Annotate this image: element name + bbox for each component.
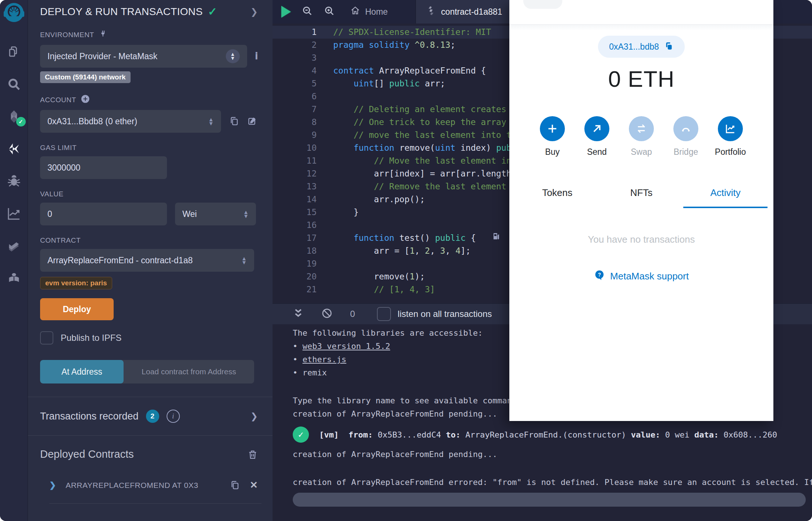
zoom-out-icon[interactable] <box>302 6 313 18</box>
portfolio-chart-icon <box>718 116 743 141</box>
info-icon[interactable]: i <box>167 410 180 423</box>
tab-tokens[interactable]: Tokens <box>515 187 599 208</box>
copy-icon[interactable] <box>229 116 239 126</box>
line-number: 17 <box>273 232 317 245</box>
line-number: 13 <box>273 180 317 193</box>
action-label: Swap <box>631 147 652 157</box>
info-icon[interactable]: 𝐢 <box>255 51 258 62</box>
unit-testing-icon[interactable] <box>5 238 23 254</box>
transactions-recorded-label: Transactions recorded <box>40 411 139 422</box>
code-text: // SPDX-License-Identifier: MIT <box>333 26 491 39</box>
line-number: 2 <box>273 39 317 51</box>
arrow-up-right-icon <box>584 116 609 141</box>
line-number: 12 <box>273 167 317 180</box>
select-arrows-icon: ▲▼ <box>241 256 247 264</box>
account-label: ACCOUNT <box>40 96 76 104</box>
transactions-count-badge: 2 <box>146 410 159 423</box>
at-address-button[interactable]: At Address <box>40 360 124 383</box>
gas-limit-input[interactable]: 3000000 <box>40 156 167 179</box>
swap-button: Swap <box>629 116 654 157</box>
empty-transactions-message: You have no transactions <box>588 234 695 245</box>
chevron-right-icon[interactable]: ❯ <box>250 411 258 421</box>
line-number: 18 <box>273 245 317 257</box>
file-explorer-icon[interactable] <box>5 43 23 60</box>
terminal-link[interactable]: web3 version 1.5.2 <box>303 342 390 351</box>
code-text: function remove(uint index) public { <box>333 142 537 154</box>
buy-button[interactable]: Buy <box>540 116 565 157</box>
contract-select[interactable]: ArrayReplaceFromEnd - contract-d1a8 ▲▼ <box>40 249 254 272</box>
send-button[interactable]: Send <box>584 116 609 157</box>
icon-rail: ✓ <box>0 0 28 521</box>
svg-text:?: ? <box>598 272 601 278</box>
select-arrows-icon: ▲▼ <box>208 117 214 125</box>
evm-version-badge: evm version: paris <box>40 277 112 289</box>
trash-icon[interactable] <box>247 449 258 460</box>
play-icon[interactable] <box>281 6 291 18</box>
swap-icon <box>629 116 654 141</box>
edit-icon[interactable] <box>247 116 258 126</box>
support-link-label: MetaMask support <box>610 271 689 282</box>
account-select[interactable]: 0xA31...Bbdb8 (0 ether) ▲▼ <box>40 110 221 133</box>
search-icon[interactable] <box>5 76 23 93</box>
panel-title: DEPLOY & RUN TRANSACTIONS <box>40 6 203 18</box>
terminal-text: remix <box>303 368 327 377</box>
chevron-right-icon[interactable]: ❯ <box>250 7 258 17</box>
action-buttons: BuySendSwapBridgePortfolio <box>540 116 743 157</box>
terminal-link[interactable]: ethers.js <box>303 355 346 364</box>
line-number: 14 <box>273 193 317 206</box>
close-icon[interactable]: ✕ <box>250 479 258 491</box>
transactions-recorded-row[interactable]: Transactions recorded 2 i ❯ <box>28 397 273 435</box>
terminal-scrollbar-thumb[interactable] <box>293 493 806 507</box>
debugger-icon[interactable] <box>5 173 23 190</box>
deployed-contract-row: ❯ ARRAYREPLACEFROMEND AT 0X3 ✕ <box>28 460 273 491</box>
metamask-header-button[interactable] <box>523 0 562 9</box>
check-circle-icon: ✓ <box>293 427 309 443</box>
terminal-count: 0 <box>350 309 355 319</box>
account-address: 0xA31...bdb8 <box>609 42 659 52</box>
code-text: arr.pop(); <box>333 193 425 206</box>
code-text: pragma solidity ^0.8.13; <box>333 39 455 51</box>
code-text: // Remove the last element <box>333 180 506 193</box>
value-input[interactable]: 0 <box>40 203 167 225</box>
terminal-line: creation of ArrayReplaceFromEnd errored:… <box>293 476 812 489</box>
line-number: 19 <box>273 257 317 270</box>
line-number: 9 <box>273 129 317 142</box>
code-text: arr = [1, 2, 3, 4]; <box>333 245 471 257</box>
code-text: } <box>333 206 359 219</box>
at-address-placeholder[interactable]: Load contract from Address <box>124 360 254 383</box>
tab-activity[interactable]: Activity <box>683 187 768 208</box>
code-text: remove(1); <box>333 270 425 283</box>
ban-icon[interactable] <box>321 308 332 320</box>
deploy-run-icon[interactable] <box>5 140 23 157</box>
listen-all-transactions-checkbox[interactable] <box>377 307 391 321</box>
contract-value: ArrayReplaceFromEnd - contract-d1a8 <box>47 256 193 265</box>
portfolio-button[interactable]: Portfolio <box>718 116 743 157</box>
copy-icon[interactable] <box>230 480 240 490</box>
deploy-button[interactable]: Deploy <box>40 298 114 320</box>
plug-icon <box>99 29 108 40</box>
remix-logo[interactable] <box>3 2 25 24</box>
publish-ipfs-checkbox[interactable] <box>40 331 53 345</box>
double-chevron-down-icon[interactable] <box>293 308 304 320</box>
tab-home[interactable]: Home <box>340 0 398 24</box>
line-number: 1 <box>273 26 317 39</box>
expand-chevron-icon[interactable]: ❯ <box>49 481 56 490</box>
line-number: 16 <box>273 219 317 232</box>
analytics-icon[interactable] <box>5 205 23 222</box>
value-unit-select[interactable]: Wei ▲▼ <box>175 203 256 225</box>
plus-circle-icon[interactable] <box>81 94 90 106</box>
plugin-manager-icon[interactable] <box>5 270 23 287</box>
question-bubble-icon: ? <box>594 270 605 283</box>
zoom-in-icon[interactable] <box>324 6 335 18</box>
select-arrows-icon: ▲▼ <box>226 49 240 63</box>
metamask-support-link[interactable]: ? MetaMask support <box>594 270 689 283</box>
tab-nfts[interactable]: NFTs <box>599 187 684 208</box>
check-icon: ✓ <box>208 5 217 18</box>
solidity-compiler-icon[interactable]: ✓ <box>5 108 23 125</box>
tab-home-label: Home <box>365 7 388 17</box>
vm-transaction-log[interactable]: ✓[vm] from: 0x5B3...eddC4 to: ArrayRepla… <box>293 427 812 443</box>
account-address-pill[interactable]: 0xA31...bdb8 <box>598 36 685 58</box>
value-unit: Wei <box>182 209 197 219</box>
line-number: 5 <box>273 77 317 90</box>
environment-select[interactable]: Injected Provider - MetaMask ▲▼ <box>40 45 247 68</box>
